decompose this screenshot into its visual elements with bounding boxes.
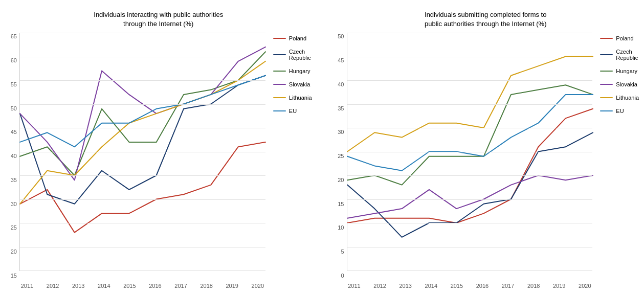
legend2-czech: CzechRepublic [600,49,639,61]
legend2-czech-label: CzechRepublic [616,49,638,61]
chart2-title: Individuals submitting completed forms t… [332,10,639,29]
legend2-hungary-label: Hungary [616,68,637,74]
legend2-eu-label: EU [616,108,624,114]
legend-slovakia-label: Slovakia [289,81,310,87]
legend-lithuania: Lithuania [273,95,312,101]
chart2-area: 50 45 40 35 30 25 20 15 10 5 0 2011 [332,33,639,289]
legend2-lithuania-line [600,97,613,98]
legend2-slovakia-label: Slovakia [616,81,637,87]
chart2-y-axis: 50 45 40 35 30 25 20 15 10 5 0 [332,33,347,289]
chart1-title: Individuals interacting with public auth… [5,10,312,29]
legend-hungary-line [273,71,286,72]
legend2-lithuania-label: Lithuania [616,95,639,101]
legend-poland-label: Poland [289,35,306,41]
legend-eu-label: EU [289,108,297,114]
chart1-area: 65 60 55 50 45 40 35 30 25 20 15 [5,33,312,289]
legend-czech: CzechRepublic [273,49,312,61]
charts-container: Individuals interacting with public auth… [0,0,644,294]
chart2-x-labels: 2011 2012 2013 2014 2015 2016 2017 2018 … [347,283,593,289]
legend-lithuania-line [273,97,286,98]
chart2-and-legend: 2011 2012 2013 2014 2015 2016 2017 2018 … [347,33,639,289]
legend2-poland-label: Poland [616,35,633,41]
legend-poland: Poland [273,35,312,41]
chart2-legend: Poland CzechRepublic Hungary Slovakia [592,33,639,289]
legend-eu: EU [273,108,312,114]
legend2-slovakia-line [600,84,613,85]
legend-lithuania-label: Lithuania [289,95,312,101]
chart1-legend: Poland CzechRepublic Hungary Slovakia [265,33,312,289]
legend2-eu: EU [600,108,639,114]
legend2-poland: Poland [600,35,639,41]
chart1-inner [19,33,265,271]
legend-slovakia-line [273,84,286,85]
legend-czech-line [273,54,286,55]
legend-czech-label: CzechRepublic [289,49,311,61]
chart1-wrapper: Individuals interacting with public auth… [5,10,312,289]
legend2-czech-line [600,54,613,55]
legend-poland-line [273,38,286,39]
chart2-wrapper: Individuals submitting completed forms t… [332,10,639,289]
legend-slovakia: Slovakia [273,81,312,87]
chart1-y-axis: 65 60 55 50 45 40 35 30 25 20 15 [5,33,19,289]
legend2-hungary: Hungary [600,68,639,74]
chart2-inner [347,33,593,271]
legend2-lithuania: Lithuania [600,95,639,101]
legend2-hungary-line [600,71,613,72]
legend2-slovakia: Slovakia [600,81,639,87]
legend-hungary-label: Hungary [289,68,310,74]
legend2-eu-line [600,110,613,111]
chart1-and-legend: 2011 2012 2013 2014 2015 2016 2017 2018 … [19,33,312,289]
legend-eu-line [273,110,286,111]
legend-hungary: Hungary [273,68,312,74]
chart1-x-labels: 2011 2012 2013 2014 2015 2016 2017 2018 … [19,283,265,289]
legend2-poland-line [600,38,613,39]
